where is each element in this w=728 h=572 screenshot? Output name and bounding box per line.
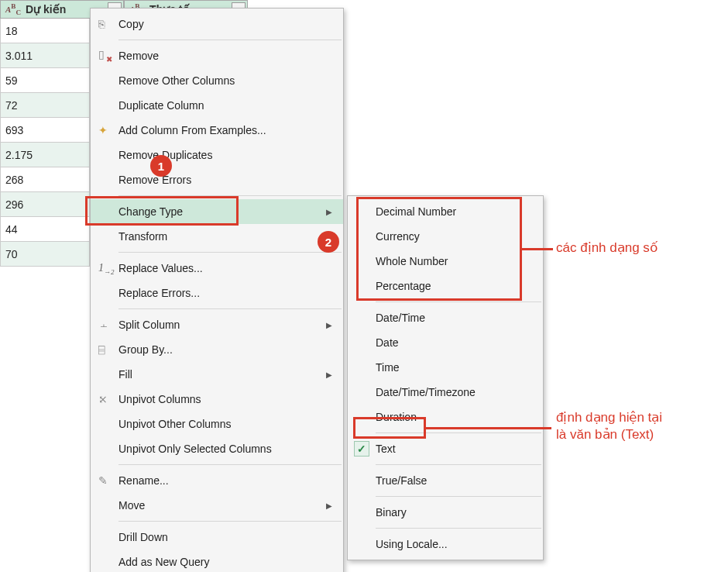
submenu-item-whole-number[interactable]: Whole Number (348, 249, 543, 274)
menu-separator (118, 40, 342, 40)
menu-item-fill[interactable]: Fill ▶ (91, 362, 343, 387)
annotation-badge-2: 2 (318, 231, 339, 253)
table-cell[interactable]: 72 (0, 93, 90, 118)
menu-item-add-column-from-examples[interactable]: Add Column From Examples... (91, 118, 343, 143)
submenu-item-date[interactable]: Date (348, 330, 543, 355)
submenu-item-duration[interactable]: Duration (348, 405, 543, 429)
menu-separator (376, 528, 541, 529)
menu-item-remove-duplicates[interactable]: Remove Duplicates (91, 143, 343, 167)
menu-item-remove-other-columns[interactable]: Remove Other Columns (91, 68, 343, 93)
data-column: 18 3.011 59 72 693 2.175 268 296 44 70 (0, 19, 90, 267)
unpivot-icon (91, 393, 118, 405)
menu-item-transform[interactable]: Transform ▶ (91, 224, 343, 249)
menu-item-drill-down[interactable]: Drill Down (91, 525, 343, 550)
check-icon: ✓ (348, 441, 376, 457)
menu-item-change-type[interactable]: Change Type ▶ (91, 199, 343, 224)
table-cell[interactable]: 18 (0, 19, 90, 43)
menu-item-remove-errors[interactable]: Remove Errors (91, 167, 343, 192)
menu-item-unpivot-other-columns[interactable]: Unpivot Other Columns (91, 412, 343, 436)
submenu-item-datetime[interactable]: Date/Time (348, 305, 543, 330)
menu-separator (118, 308, 342, 309)
menu-separator (118, 195, 342, 196)
rename-icon (91, 474, 118, 487)
menu-separator (118, 252, 342, 253)
annotation-line (522, 248, 553, 250)
type-icon: ABC (1, 2, 24, 16)
annotation-line (426, 427, 551, 429)
menu-item-add-as-new-query[interactable]: Add as New Query (91, 550, 343, 572)
menu-item-replace-values[interactable]: 1→2 Replace Values... (91, 256, 343, 281)
replace-icon: 1→2 (91, 262, 118, 274)
submenu-item-decimal[interactable]: Decimal Number (348, 199, 543, 224)
table-cell[interactable]: 3.011 (0, 43, 90, 68)
submenu-item-binary[interactable]: Binary (348, 500, 543, 525)
menu-item-replace-errors[interactable]: Replace Errors... (91, 281, 343, 305)
menu-separator (376, 432, 541, 433)
submenu-arrow-icon: ▶ (326, 321, 335, 329)
table-cell[interactable]: 70 (0, 242, 90, 267)
remove-icon (91, 50, 118, 62)
menu-item-move[interactable]: Move ▶ (91, 493, 343, 518)
submenu-item-date-time-timezone[interactable]: Date/Time/Timezone (348, 380, 543, 405)
table-cell[interactable]: 693 (0, 118, 90, 143)
table-cell[interactable]: 59 (0, 68, 90, 93)
annotation-text-current-format: định dạng hiện tại là văn bản (Text) (556, 409, 662, 443)
annotation-badge-1: 1 (150, 155, 172, 177)
split-icon (91, 319, 118, 331)
menu-item-group-by[interactable]: Group By... (91, 337, 343, 362)
table-cell[interactable]: 296 (0, 192, 90, 217)
menu-item-unpivot-columns[interactable]: Unpivot Columns (91, 387, 343, 412)
table-cell[interactable]: 44 (0, 217, 90, 242)
submenu-item-using-locale[interactable]: Using Locale... (348, 532, 543, 556)
table-cell[interactable]: 268 (0, 167, 90, 192)
menu-item-split-column[interactable]: Split Column ▶ (91, 312, 343, 337)
submenu-item-time[interactable]: Time (348, 355, 543, 380)
change-type-submenu: Decimal Number Currency Whole Number Per… (347, 195, 544, 560)
submenu-arrow-icon: ▶ (326, 501, 335, 510)
submenu-item-text[interactable]: ✓ Text (348, 436, 543, 461)
menu-item-copy[interactable]: Copy (91, 12, 343, 36)
menu-separator (376, 302, 541, 302)
submenu-arrow-icon: ▶ (326, 208, 335, 216)
menu-item-unpivot-only-selected[interactable]: Unpivot Only Selected Columns (91, 436, 343, 461)
submenu-item-currency[interactable]: Currency (348, 224, 543, 249)
menu-item-rename[interactable]: Rename... (91, 468, 343, 493)
group-icon (91, 343, 118, 356)
copy-icon (91, 18, 118, 30)
table-cell[interactable]: 2.175 (0, 143, 90, 167)
annotation-text-number-formats: các định dạng số (556, 239, 658, 257)
menu-separator (376, 464, 541, 465)
menu-separator (118, 521, 342, 522)
submenu-item-percentage[interactable]: Percentage (348, 274, 543, 298)
context-menu: Copy Remove Remove Other Columns Duplica… (90, 8, 344, 572)
menu-separator (376, 496, 541, 497)
submenu-arrow-icon: ▶ (326, 370, 335, 379)
sparkle-icon (91, 124, 118, 136)
menu-separator (118, 464, 342, 465)
submenu-item-true-false[interactable]: True/False (348, 468, 543, 493)
menu-item-duplicate-column[interactable]: Duplicate Column (91, 93, 343, 118)
menu-item-remove[interactable]: Remove (91, 43, 343, 68)
